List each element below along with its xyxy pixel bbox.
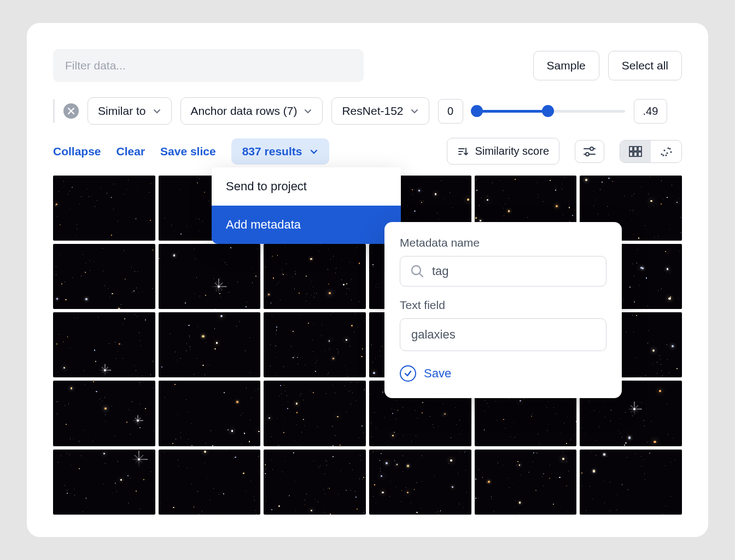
chevron-down-icon — [310, 147, 318, 156]
save-label: Save — [424, 366, 451, 381]
similarity-range-slider[interactable] — [472, 104, 625, 118]
thumb[interactable] — [53, 381, 155, 446]
model-label: ResNet-152 — [342, 104, 403, 118]
thumb[interactable] — [53, 450, 155, 515]
scatter-view-button[interactable] — [651, 141, 681, 162]
svg-point-12 — [662, 154, 664, 156]
sliders-icon — [583, 146, 596, 157]
settings-button[interactable] — [575, 140, 604, 163]
svg-point-9 — [663, 149, 665, 151]
metadata-name-input[interactable] — [432, 264, 596, 278]
thumb[interactable] — [264, 244, 366, 309]
clear-button[interactable]: Clear — [116, 142, 145, 161]
svg-point-0 — [590, 147, 593, 150]
scatter-icon — [660, 146, 673, 157]
search-icon — [410, 264, 424, 278]
dropdown-item-1[interactable]: Add metadata — [212, 206, 401, 244]
range-min-value[interactable]: 0 — [438, 99, 463, 124]
select-all-button[interactable]: Select all — [608, 51, 682, 80]
anchor-rows-dropdown[interactable]: Anchor data rows (7) — [180, 97, 323, 125]
save-slice-button[interactable]: Save slice — [160, 142, 216, 161]
thumb[interactable] — [475, 450, 577, 515]
svg-point-13 — [667, 147, 669, 149]
view-toggle — [620, 140, 682, 163]
chevron-down-icon — [304, 107, 312, 115]
metadata-text-label: Text field — [400, 299, 606, 312]
thumb[interactable] — [159, 450, 261, 515]
svg-point-11 — [669, 148, 670, 149]
metadata-text-input[interactable] — [400, 318, 606, 351]
metadata-name-label: Metadata name — [400, 236, 606, 249]
svg-point-10 — [666, 152, 668, 154]
svg-rect-6 — [634, 152, 637, 156]
sort-icon — [457, 146, 468, 157]
svg-rect-7 — [638, 152, 641, 156]
collapse-button[interactable]: Collapse — [53, 142, 101, 161]
metadata-name-field[interactable] — [400, 256, 606, 287]
svg-rect-4 — [638, 147, 641, 151]
range-max-value[interactable]: .49 — [634, 99, 668, 124]
thumb[interactable] — [53, 244, 155, 309]
thumb[interactable] — [264, 450, 366, 515]
thumb[interactable] — [53, 312, 155, 377]
metadata-panel: Metadata name Text field Save — [384, 222, 622, 398]
x-icon — [67, 107, 75, 115]
thumb[interactable] — [159, 244, 261, 309]
svg-point-8 — [661, 153, 662, 155]
svg-rect-3 — [634, 147, 637, 151]
results-dropdown[interactable]: 837 results — [231, 138, 330, 165]
slider-thumb-max[interactable] — [542, 105, 554, 117]
results-count-label: 837 results — [242, 145, 302, 158]
thumb[interactable] — [580, 450, 682, 515]
results-dropdown-menu: Send to projectAdd metadata — [212, 167, 401, 244]
sort-button[interactable]: Similarity score — [447, 138, 559, 165]
thumb[interactable] — [264, 312, 366, 377]
filter-input[interactable] — [53, 49, 364, 82]
chevron-down-icon — [410, 107, 419, 115]
similar-to-dropdown[interactable]: Similar to — [88, 97, 172, 125]
chevron-down-icon — [153, 107, 161, 115]
check-circle-icon — [400, 365, 416, 382]
sort-label: Similarity score — [475, 145, 549, 158]
thumb[interactable] — [159, 312, 261, 377]
anchor-rows-label: Anchor data rows (7) — [191, 104, 298, 118]
similar-to-label: Similar to — [98, 104, 146, 118]
dropdown-item-0[interactable]: Send to project — [212, 167, 401, 206]
thumb[interactable] — [369, 450, 471, 515]
thumb[interactable] — [159, 381, 261, 446]
thumb[interactable] — [264, 381, 366, 446]
thumb[interactable] — [53, 176, 155, 241]
slider-thumb-min[interactable] — [471, 105, 483, 117]
svg-rect-5 — [629, 152, 633, 156]
grid-icon — [629, 146, 642, 157]
clear-filter-icon[interactable] — [63, 103, 79, 119]
sample-button[interactable]: Sample — [533, 51, 599, 80]
svg-point-1 — [586, 153, 589, 156]
grid-view-button[interactable] — [620, 141, 651, 162]
svg-rect-2 — [629, 147, 633, 151]
model-dropdown[interactable]: ResNet-152 — [331, 97, 429, 125]
filter-divider — [53, 99, 55, 123]
svg-point-15 — [665, 154, 667, 156]
svg-point-14 — [670, 151, 672, 153]
metadata-save-button[interactable]: Save — [400, 365, 606, 382]
